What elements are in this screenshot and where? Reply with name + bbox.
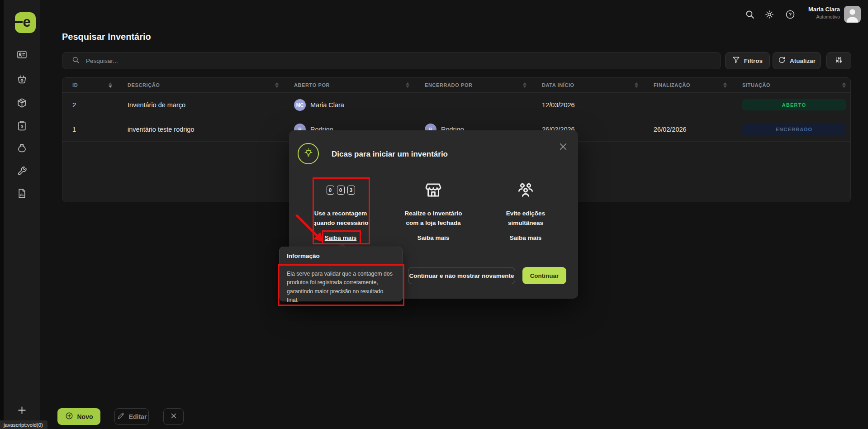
- people-group-icon: [486, 179, 565, 201]
- user-name: Maria Clara: [808, 6, 840, 13]
- person-silhouette-icon: [844, 6, 861, 23]
- cell-id: 1: [62, 117, 118, 141]
- modal-close-button[interactable]: [558, 142, 568, 152]
- column-header-encerrado-por[interactable]: ENCERRADO POR: [415, 78, 532, 92]
- sort-icon[interactable]: [723, 82, 727, 88]
- status-badge: ENCERRADO: [742, 124, 846, 135]
- window-edge: [0, 0, 4, 429]
- column-header-id[interactable]: ID: [62, 78, 118, 92]
- sidebar-add-button[interactable]: [16, 405, 28, 416]
- sliders-icon: [835, 56, 843, 65]
- plus-icon: [16, 410, 28, 417]
- lightbulb-badge: [298, 143, 319, 164]
- column-header-finalizacao[interactable]: FINALIZAÇÃO: [644, 78, 732, 92]
- cell-descricao: Inventário de março: [118, 93, 284, 117]
- cell-descricao: inventário teste rodrigo: [118, 117, 284, 141]
- edit-label: Editar: [129, 413, 147, 420]
- sidebar-item-pedidos[interactable]: [16, 74, 28, 85]
- column-settings-button[interactable]: [826, 52, 851, 69]
- user-avatar[interactable]: [844, 6, 861, 23]
- saiba-mais-link[interactable]: Saiba mais: [510, 234, 542, 241]
- status-bar: javascript:void(0): [0, 420, 47, 429]
- filters-button[interactable]: Filtros: [725, 52, 770, 69]
- app-logo[interactable]: e: [15, 12, 36, 33]
- sort-icon[interactable]: [842, 82, 846, 88]
- global-search-button[interactable]: [745, 9, 755, 20]
- store-icon: [394, 179, 473, 201]
- plus-circle-icon: [65, 412, 73, 421]
- sort-icon[interactable]: [406, 82, 409, 88]
- money-bag-icon: [16, 143, 28, 154]
- svg-text:$: $: [21, 124, 24, 129]
- continue-dont-show-button[interactable]: Continuar e não mostrar novamente: [408, 267, 515, 284]
- new-label: Novo: [77, 413, 93, 420]
- search-input[interactable]: [86, 57, 721, 64]
- column-header-situacao[interactable]: SITUAÇÃO: [732, 78, 851, 92]
- new-button[interactable]: Novo: [57, 408, 100, 425]
- tip-recontagem: 003 Use a recontagemquando necessário Sa…: [301, 179, 380, 242]
- sidebar-item-cadastros[interactable]: [16, 49, 28, 60]
- funnel-icon: [732, 56, 740, 65]
- report-file-icon: [16, 188, 28, 199]
- table-header: ID DESCRIÇÃO ABERTO POR ENCERRADO POR DA…: [62, 78, 850, 93]
- tooltip-body: Ela serve para validar que a contagem do…: [280, 264, 402, 310]
- cell-situacao: ENCERRADO: [732, 117, 851, 141]
- filters-label: Filtros: [744, 57, 763, 64]
- sidebar-item-ferramentas[interactable]: [16, 165, 28, 176]
- clipboard-dollar-icon: $: [16, 120, 28, 131]
- search-icon: [745, 14, 755, 21]
- page-title: Pesquisar Inventário: [62, 32, 151, 42]
- column-header-descricao[interactable]: DESCRIÇÃO: [118, 78, 284, 92]
- cell-encerrado-por: [415, 93, 532, 117]
- cell-finalizacao: [644, 93, 732, 117]
- search-bar[interactable]: [62, 52, 721, 69]
- help-icon: ?: [785, 14, 796, 21]
- column-header-data-inicio[interactable]: DATA INÍCIO: [532, 78, 644, 92]
- sidebar-item-vendas[interactable]: [16, 143, 28, 154]
- saiba-mais-link[interactable]: Saiba mais: [417, 234, 450, 241]
- sort-icon[interactable]: [275, 82, 279, 88]
- status-badge: ABERTO: [742, 99, 846, 110]
- tip-text: Evite ediçõessimultâneas: [486, 209, 565, 228]
- refresh-button[interactable]: Atualizar: [773, 52, 821, 69]
- basket-icon: [16, 74, 28, 85]
- svg-text:?: ?: [789, 12, 792, 17]
- sidebar-item-financeiro[interactable]: $: [16, 120, 28, 131]
- info-tooltip: Informação Ela serve para validar que a …: [279, 247, 403, 301]
- wrench-icon: [16, 165, 28, 176]
- avatar: MC: [294, 99, 306, 111]
- cell-aberto-por: MC Maria Clara: [284, 93, 415, 117]
- package-icon: [16, 97, 28, 109]
- id-card-icon: [16, 49, 28, 60]
- tip-loja-fechada: Realize o inventáriocom a loja fechada S…: [394, 179, 473, 242]
- search-icon: [71, 56, 80, 66]
- continue-button[interactable]: Continuar: [522, 267, 566, 284]
- tip-edicoes-simultaneas: Evite ediçõessimultâneas Saiba mais: [486, 179, 565, 242]
- cell-situacao: ABERTO: [732, 93, 851, 117]
- cell-finalizacao: 26/02/2026: [644, 117, 732, 141]
- x-icon: [170, 412, 178, 421]
- sort-icon[interactable]: [109, 82, 112, 88]
- table-row[interactable]: 2 Inventário de março MC Maria Clara 12/…: [62, 93, 850, 117]
- tip-text: Realize o inventáriocom a loja fechada: [394, 209, 473, 228]
- cell-id: 2: [62, 93, 118, 117]
- cancel-button[interactable]: [163, 408, 184, 425]
- refresh-icon: [778, 56, 786, 65]
- sidebar-item-produtos[interactable]: [16, 97, 28, 109]
- sort-icon[interactable]: [635, 82, 638, 88]
- sort-icon[interactable]: [523, 82, 526, 88]
- sidebar-item-relatorios[interactable]: [16, 188, 28, 199]
- logo-bar: [15, 21, 23, 23]
- logo-letter: e: [23, 14, 30, 30]
- column-header-aberto-por[interactable]: ABERTO POR: [284, 78, 415, 92]
- saiba-mais-link[interactable]: Saiba mais: [325, 234, 357, 241]
- help-button[interactable]: ?: [785, 9, 796, 20]
- edit-button[interactable]: Editar: [114, 408, 149, 425]
- sidebar: e $: [4, 0, 40, 429]
- app-window: e $ ? Maria: [0, 0, 868, 429]
- user-menu[interactable]: Maria Clara Automotivo: [808, 6, 840, 19]
- lightbulb-icon: [303, 147, 314, 161]
- modal-title: Dicas para iniciar um inventário: [332, 150, 448, 159]
- refresh-label: Atualizar: [790, 57, 816, 64]
- theme-toggle-button[interactable]: [764, 9, 775, 20]
